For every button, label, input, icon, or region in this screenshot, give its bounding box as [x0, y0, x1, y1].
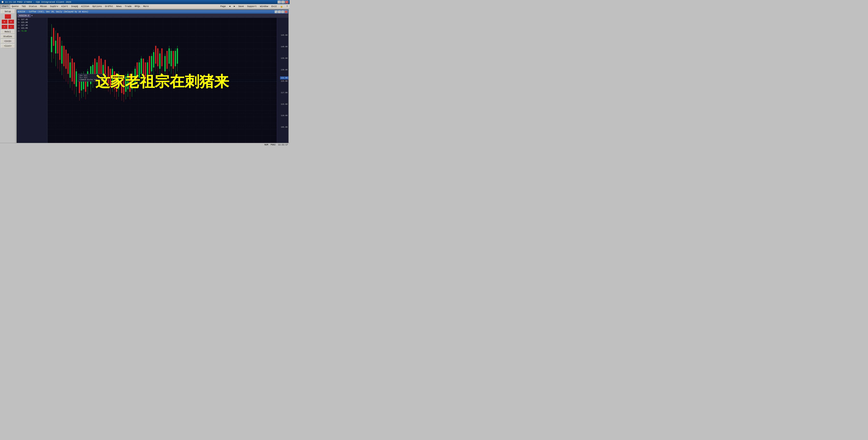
menu-supsrv[interactable]: SupSrv: [49, 4, 60, 8]
search-chart-icon[interactable]: 🔍: [275, 10, 278, 13]
title-separator: -: [33, 1, 35, 3]
svg-rect-33: [74, 62, 75, 84]
lock-button[interactable]: 🔒: [279, 4, 284, 8]
chart-title-controls: 🔍 ─ □ ✕: [275, 10, 287, 13]
ohlc-high: H= 121.60: [18, 21, 46, 24]
menu-bar: Chart Quote T&S Status MScan SupSrv Aler…: [0, 4, 289, 9]
menu-status[interactable]: Status: [27, 4, 38, 8]
svg-rect-115: [164, 56, 166, 71]
svg-rect-105: [153, 52, 154, 67]
close-chart-button[interactable]: ✕: [285, 10, 287, 13]
maximize-button[interactable]: □: [281, 1, 285, 3]
sidebar-red-icon[interactable]: [5, 14, 11, 19]
title-bar-controls: ─ □ ✕: [278, 1, 288, 3]
svg-rect-25: [65, 50, 67, 69]
maximize-chart-button[interactable]: □: [281, 10, 284, 13]
status-time: 11:21:17: [278, 144, 288, 146]
menu-mscan[interactable]: MScan: [38, 4, 48, 8]
menu-rfqs[interactable]: RFQs: [133, 4, 142, 8]
price-140: 140.00: [281, 46, 287, 48]
svg-rect-113: [161, 49, 162, 66]
tooltip-box: IO= 117 IL= 117 Commod Excha Vol ... OI: [78, 74, 106, 82]
save-button[interactable]: Save: [237, 4, 245, 8]
svg-rect-109: [157, 49, 158, 66]
svg-rect-93: [141, 59, 142, 74]
menu-snapq[interactable]: SnapQ: [70, 4, 80, 8]
svg-rect-23: [63, 46, 65, 66]
support-button[interactable]: Support: [246, 4, 258, 8]
status-account: P002: [271, 144, 276, 146]
menu-allcon[interactable]: AllCon: [80, 4, 91, 8]
sidebar-icon-grid1[interactable]: ⊞: [1, 20, 8, 24]
svg-rect-69: [114, 71, 115, 89]
intd-button[interactable]: <IntD>: [1, 39, 15, 43]
menu-trade[interactable]: Trade: [123, 4, 133, 8]
menu-ts[interactable]: T&S: [20, 4, 27, 8]
status-bar: NUM P002 11:21:17: [0, 143, 289, 147]
svg-rect-31: [71, 59, 73, 82]
tooltip-commodity: Commod Excha Vol ... OI: [80, 79, 105, 81]
svg-rect-121: [170, 51, 172, 66]
ohlc-delta: Δ= +3.60: [18, 30, 46, 33]
price-117: 117.00: [281, 92, 287, 94]
current-price-badge: 121.05: [280, 76, 288, 80]
exit-button[interactable]: Exit: [270, 4, 278, 8]
title-appname: CQG Integrated Client 2020: [36, 1, 71, 3]
minimize-button[interactable]: ─: [278, 1, 281, 3]
svg-rect-75: [121, 75, 122, 93]
chart-area: KCEZ20 - Coffee (ICE), Dec 20, Daily (De…: [16, 9, 289, 147]
close-button[interactable]: ✕: [285, 1, 288, 3]
price-125: 125.00: [281, 80, 287, 82]
chart-title: KCEZ20 - Coffee (ICE), Dec 20, Daily (De…: [18, 11, 88, 13]
symbol-dropdown-icon[interactable]: ▼: [31, 14, 33, 17]
sidebar-icon-grid2[interactable]: ⊞: [8, 20, 14, 24]
svg-rect-21: [61, 46, 62, 64]
list-button[interactable]: <list>: [1, 44, 15, 48]
menu-more[interactable]: More: [142, 4, 150, 8]
svg-rect-99: [147, 62, 148, 78]
svg-rect-107: [155, 46, 156, 64]
svg-rect-17: [57, 33, 58, 54]
next-page-button[interactable]: ►: [232, 4, 237, 8]
svg-rect-13: [53, 28, 54, 46]
symbol-tag[interactable]: KCEZ20.D: [18, 14, 31, 17]
svg-rect-97: [145, 62, 146, 81]
chart-canvas-area: O= 117.45 H= 121.60 L= 117.45 Δ= 121.05 …: [17, 18, 288, 145]
svg-rect-103: [151, 56, 152, 71]
tooltip-il: IL= 117: [80, 77, 105, 79]
svg-rect-19: [59, 37, 60, 60]
svg-rect-55: [98, 56, 100, 76]
window-button[interactable]: Window: [258, 4, 270, 8]
sidebar-icon-row-1: ⊞ ⊞: [1, 20, 14, 24]
menu-alert[interactable]: Alert: [60, 4, 69, 8]
svg-rect-87: [134, 69, 136, 84]
menu-ordtkt[interactable]: OrdTkt: [103, 4, 115, 8]
minimize-chart-button[interactable]: ─: [278, 10, 281, 13]
sidebar-icon-row-2: ✕ ✕: [1, 25, 14, 29]
price-115: 115.00: [281, 103, 287, 105]
setup-button[interactable]: Setup: [1, 9, 15, 13]
price-145: 145.00: [281, 34, 287, 36]
rescl-button[interactable]: ReScl: [1, 30, 15, 34]
menu-quote[interactable]: Quote: [10, 4, 20, 8]
price-110: 110.00: [281, 115, 287, 117]
svg-rect-15: [55, 41, 56, 54]
svg-rect-27: [67, 54, 69, 74]
menu-chart[interactable]: Chart: [0, 4, 10, 8]
menu-options[interactable]: Options: [91, 4, 103, 8]
prev-page-button[interactable]: ◄: [228, 4, 232, 8]
svg-rect-91: [138, 62, 140, 78]
app-icon: ⌚: [1, 1, 4, 3]
chart-main[interactable]: 这家老祖宗在刺猪来: [48, 18, 277, 145]
menu-news[interactable]: News: [115, 4, 123, 8]
page-button[interactable]: Page: [219, 4, 227, 8]
title-bar: ⌚ 11:21:16 P002 174856 - CQG Integrated …: [0, 0, 289, 4]
price-105: 105.00: [281, 126, 287, 128]
studies-button[interactable]: Studies: [1, 34, 15, 38]
chart-window: KCEZ20 - Coffee (ICE), Dec 20, Daily (De…: [17, 9, 289, 146]
svg-rect-71: [116, 74, 117, 92]
help-button[interactable]: ?: [285, 4, 289, 8]
sidebar-icon-x2[interactable]: ✕: [8, 25, 14, 29]
sidebar-icon-x1[interactable]: ✕: [1, 25, 8, 29]
ohlc-low: L= 117.45: [18, 24, 46, 27]
